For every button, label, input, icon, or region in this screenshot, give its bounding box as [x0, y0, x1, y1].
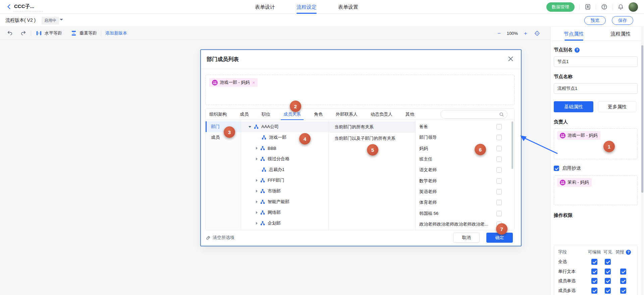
caret-right-icon[interactable]: [256, 222, 258, 225]
owner-tags-box[interactable]: 游戏一部 - 妈妈: [554, 128, 638, 159]
tree-node-game-dept[interactable]: 游戏一部: [241, 132, 328, 143]
save-button[interactable]: 保存: [612, 16, 633, 25]
brief-checkbox[interactable]: [620, 288, 626, 294]
list-scrollbar-thumb[interactable]: [512, 121, 513, 169]
caret-right-icon[interactable]: [256, 211, 258, 214]
scope-current-and-sub-dept[interactable]: 当前部门以及子部门的所有关系: [329, 133, 415, 144]
relation-checkbox[interactable]: [496, 178, 502, 184]
tree-node-market[interactable]: 市场部: [241, 186, 328, 196]
search-input[interactable]: [445, 111, 498, 118]
preview-button[interactable]: 预览: [584, 16, 606, 25]
tab-flow-setting[interactable]: 流程设定: [297, 0, 317, 14]
remove-tag-icon[interactable]: ×: [253, 80, 255, 85]
editable-checkbox[interactable]: [591, 288, 597, 294]
tab-form-design[interactable]: 表单设计: [255, 0, 275, 14]
tab-members[interactable]: 成员: [240, 109, 249, 120]
redo-icon[interactable]: [19, 30, 27, 37]
owner-tag[interactable]: 游戏一部 - 妈妈: [557, 131, 600, 140]
brief-checkbox[interactable]: [620, 278, 626, 284]
caret-right-icon[interactable]: [256, 179, 258, 182]
relation-item-head-teacher[interactable]: 班主任: [416, 154, 515, 165]
tab-org-structure[interactable]: 组织架构: [209, 109, 227, 120]
visible-checkbox[interactable]: [605, 278, 611, 284]
node-alias-help-icon[interactable]: ?: [575, 48, 580, 53]
back-icon[interactable]: [6, 4, 12, 10]
tab-node-properties[interactable]: 节点属性: [550, 27, 597, 41]
relation-item-dad[interactable]: 爸爸: [416, 121, 515, 132]
horizontal-equal-spacing-icon[interactable]: [35, 30, 43, 37]
horizontal-equal-spacing-label[interactable]: 水平等距: [45, 30, 62, 36]
user-avatar[interactable]: [629, 2, 638, 12]
close-icon[interactable]: [507, 55, 514, 62]
tab-positions[interactable]: 职位: [262, 109, 270, 120]
caret-right-icon[interactable]: [256, 190, 258, 192]
relation-checkbox[interactable]: [496, 157, 502, 162]
clear-selection[interactable]: 清空所选项: [206, 235, 234, 241]
help-icon[interactable]: [601, 4, 607, 10]
relation-item-pe-teacher[interactable]: 体育老师: [416, 197, 515, 208]
brief-checkbox[interactable]: [620, 269, 626, 275]
relation-item-english-teacher[interactable]: 英语老师: [416, 186, 515, 197]
tab-dynamic-owner[interactable]: 动态负责人: [371, 109, 392, 120]
selected-tag[interactable]: 游戏一部 - 妈妈 ×: [209, 78, 258, 87]
editable-checkbox[interactable]: [591, 259, 597, 265]
relation-checkbox[interactable]: [496, 167, 502, 173]
selected-items-box[interactable]: 游戏一部 - 妈妈 ×: [205, 75, 515, 105]
node-alias-input[interactable]: [554, 56, 638, 67]
tree-node-zongcaiban[interactable]: 总裁办1: [241, 164, 328, 175]
tree-node-smart-capacity[interactable]: 智能产能部: [241, 196, 328, 207]
enable-cc-checkbox[interactable]: [554, 166, 559, 171]
tab-other[interactable]: 其他: [406, 109, 414, 120]
zoom-in-button[interactable]: +: [524, 31, 527, 36]
zoom-out-button[interactable]: −: [497, 31, 501, 36]
notification-bell-icon[interactable]: [617, 4, 624, 10]
tree-node-aaa[interactable]: AAA公司: [241, 121, 328, 132]
tab-flow-properties[interactable]: 流程属性: [597, 27, 644, 41]
scope-current-dept[interactable]: 当前部门的所有关系: [329, 121, 415, 133]
tree-node-fff[interactable]: FFF部门: [241, 175, 328, 186]
relation-checkbox[interactable]: [496, 135, 502, 140]
relation-item-math-teacher[interactable]: 数学老师: [416, 175, 515, 186]
tab-external-contacts[interactable]: 外部联系人: [336, 109, 358, 120]
tab-roles[interactable]: 角色: [314, 109, 323, 120]
relation-checkbox[interactable]: [496, 200, 502, 205]
cc-tags-box[interactable]: 茉莉 - 妈妈: [554, 175, 638, 205]
tree-node-bbb[interactable]: BBB: [241, 143, 328, 154]
basic-properties-button[interactable]: 基础属性: [554, 101, 593, 112]
relation-checkbox[interactable]: [496, 211, 502, 216]
relation-item-dept-leader[interactable]: 部门领导: [416, 132, 515, 143]
add-new-version-link[interactable]: 添加新版本: [105, 30, 127, 36]
tree-node-planning[interactable]: 企划部: [241, 218, 328, 229]
locate-center-icon[interactable]: [533, 30, 541, 37]
relation-checkbox[interactable]: [496, 124, 502, 129]
visible-checkbox[interactable]: [605, 288, 611, 294]
address-book-icon[interactable]: [584, 4, 591, 10]
version-dropdown-icon[interactable]: [60, 19, 63, 20]
relation-checkbox[interactable]: [496, 189, 502, 194]
caret-right-icon[interactable]: [256, 147, 258, 150]
visible-checkbox[interactable]: [605, 269, 611, 275]
relation-item-mom[interactable]: 妈妈: [416, 143, 515, 154]
tree-node-henguofen[interactable]: 很过分合格: [241, 154, 328, 164]
tree-node-network[interactable]: 网络部: [241, 207, 328, 218]
sidebar-item-department[interactable]: 部门: [206, 121, 241, 132]
editable-checkbox[interactable]: [591, 269, 597, 275]
caret-right-icon[interactable]: [256, 200, 258, 203]
more-properties-button[interactable]: 更多属性: [598, 101, 636, 112]
tab-form-setting[interactable]: 表单设置: [338, 0, 358, 14]
vertical-equal-spacing-icon[interactable]: [70, 30, 77, 37]
cc-tag[interactable]: 茉莉 - 妈妈: [557, 178, 592, 187]
relation-checkbox[interactable]: [496, 146, 502, 151]
relation-item-chinese-teacher[interactable]: 语文老师: [416, 165, 515, 175]
editable-checkbox[interactable]: [591, 278, 597, 284]
visible-checkbox[interactable]: [605, 259, 611, 265]
data-management-button[interactable]: 数据管理: [546, 2, 575, 12]
sidebar-item-member[interactable]: 成员: [206, 132, 241, 143]
document-title[interactable]: CCC子...: [14, 3, 34, 10]
undo-icon[interactable]: [6, 30, 13, 37]
panel-scrollbar-thumb[interactable]: [641, 45, 643, 193]
brief-help-icon[interactable]: ?: [626, 250, 631, 255]
cancel-button[interactable]: 取消: [453, 233, 480, 243]
caret-down-icon[interactable]: [249, 126, 251, 128]
vertical-equal-spacing-label[interactable]: 垂直等距: [79, 30, 97, 36]
